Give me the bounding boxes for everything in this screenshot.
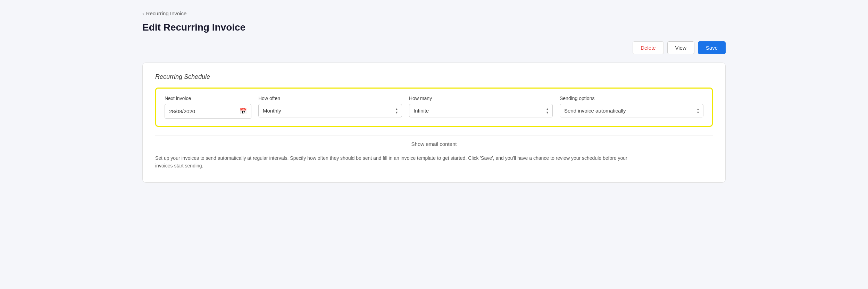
next-invoice-field: Next invoice 📅 [165,96,251,119]
divider [155,135,713,135]
how-often-select[interactable]: Monthly Daily Weekly Quarterly Yearly [259,104,402,117]
breadcrumb-link[interactable]: Recurring Invoice [146,10,187,16]
next-invoice-label: Next invoice [165,96,251,101]
show-email-link[interactable]: Show email content [411,141,457,147]
toolbar: Delete View Save [142,41,726,54]
recurring-schedule-card: Recurring Schedule Next invoice 📅 How of… [142,63,726,183]
sending-options-field: Sending options Send invoice automatical… [560,96,703,117]
page-title: Edit Recurring Invoice [142,22,726,33]
view-button[interactable]: View [667,41,694,54]
how-often-select-wrapper: Monthly Daily Weekly Quarterly Yearly ▲ … [258,104,402,117]
how-many-select-wrapper: Infinite 1 2 3 6 12 24 ▲ ▼ [409,104,553,117]
section-title: Recurring Schedule [155,73,713,81]
next-invoice-input[interactable] [169,108,237,114]
how-many-label: How many [409,96,553,101]
description-text: Set up your invoices to send automatical… [155,154,641,170]
how-many-select[interactable]: Infinite 1 2 3 6 12 24 [409,104,552,117]
sending-options-label: Sending options [560,96,703,101]
sending-options-select[interactable]: Send invoice automatically Send manually [560,104,703,117]
next-invoice-input-wrapper[interactable]: 📅 [165,104,251,119]
delete-button[interactable]: Delete [633,41,663,54]
schedule-fields-section: Next invoice 📅 How often Monthly Daily W… [155,88,713,127]
calendar-icon[interactable]: 📅 [240,108,247,115]
save-button[interactable]: Save [698,41,726,54]
sending-options-select-wrapper: Send invoice automatically Send manually… [560,104,703,117]
fields-row: Next invoice 📅 How often Monthly Daily W… [165,96,703,119]
how-many-field: How many Infinite 1 2 3 6 12 24 ▲ [409,96,553,117]
how-often-label: How often [258,96,402,101]
how-often-field: How often Monthly Daily Weekly Quarterly… [258,96,402,117]
back-arrow-icon: ‹ [142,11,144,16]
show-email-row: Show email content [155,141,713,147]
breadcrumb: ‹ Recurring Invoice [142,10,726,16]
